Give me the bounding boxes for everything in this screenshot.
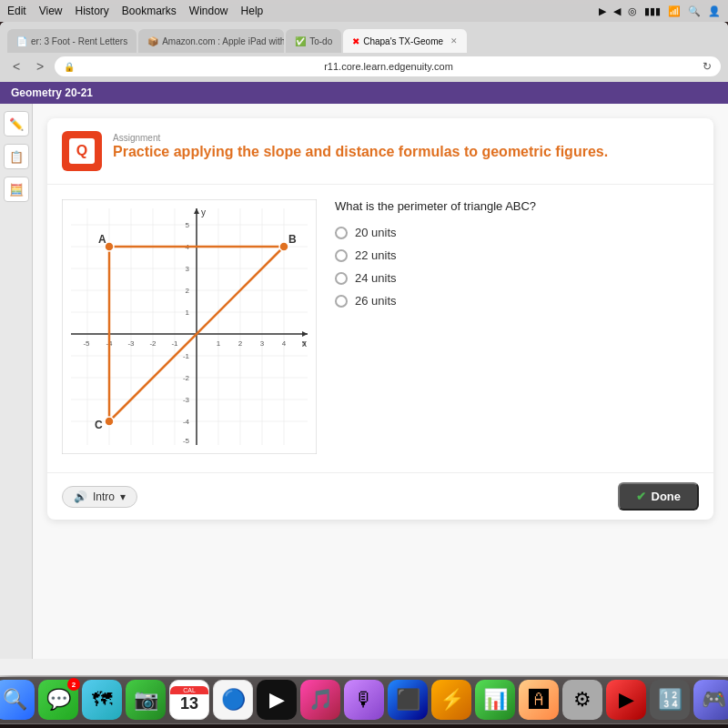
tab-favicon-2: 📦 [147, 36, 158, 46]
dock-facetime[interactable]: 📷 [126, 680, 166, 720]
radio-label-3: 24 units [355, 271, 397, 285]
sidebar-icon-calc2[interactable]: 🧮 [4, 177, 29, 202]
radio-circle-1[interactable] [335, 227, 348, 239]
address-bar[interactable]: 🔒 r11.core.learn.edgenuity.com ↻ [55, 56, 721, 76]
dock-fonts[interactable]: 🅰 [519, 680, 559, 720]
tab-label-2: Amazon.com : Apple iPad with WiFi + Cell… [162, 36, 284, 46]
menu-help[interactable]: Help [241, 5, 264, 17]
search-icon[interactable]: 🔍 [688, 5, 701, 17]
option-22-units[interactable]: 22 units [335, 248, 699, 262]
svg-point-52 [105, 417, 114, 426]
assignment-icon-inner: Q [69, 138, 95, 164]
dock-numbers[interactable]: 📊 [475, 680, 515, 720]
play-icon[interactable]: ▶ [599, 5, 606, 17]
address-bar-row: < > 🔒 r11.core.learn.edgenuity.com ↻ [0, 53, 728, 82]
svg-text:3: 3 [186, 265, 190, 273]
svg-text:5: 5 [186, 221, 190, 229]
dock-calendar[interactable]: CAL 13 [169, 680, 209, 720]
dock-app2[interactable]: ⚡ [431, 680, 471, 720]
question-section: What is the perimeter of triangle ABC? 2… [335, 199, 699, 458]
coordinate-graph: x y -5 -4 -3 -2 -1 1 [62, 199, 317, 454]
dock-podcasts[interactable]: 🎙 [344, 680, 384, 720]
tab-favicon-4: ✖ [352, 36, 359, 46]
tab-favicon-1: 📄 [16, 36, 27, 46]
svg-text:-2: -2 [183, 374, 190, 382]
radio-label-4: 26 units [355, 294, 397, 308]
tab-label-1: er: 3 Foot - Rent Letters [31, 36, 127, 46]
menu-view[interactable]: View [39, 5, 63, 17]
assignment-header: Q Assignment Practice applying the slope… [47, 118, 713, 185]
option-20-units[interactable]: 20 units [335, 226, 699, 239]
svg-text:-5: -5 [83, 339, 90, 348]
main-content: ✏️ 📋 🧮 Q [0, 104, 728, 659]
forward-button[interactable]: > [31, 57, 49, 76]
wifi-icon: 📶 [668, 5, 681, 17]
svg-text:5: 5 [302, 339, 307, 348]
card-footer: 🔊 Intro ▾ ✔ Done [47, 472, 713, 520]
svg-text:3: 3 [260, 339, 265, 348]
tab-todo[interactable]: ✅ To-do [286, 29, 341, 53]
tab-label-3: To-do [309, 36, 332, 46]
dock-music[interactable]: 🎵 [300, 680, 340, 720]
menu-bookmarks[interactable]: Bookmarks [122, 5, 177, 17]
tab-bar: 📄 er: 3 Foot - Rent Letters 📦 Amazon.com… [7, 27, 721, 53]
lock-icon: 🔒 [64, 62, 75, 72]
svg-text:4: 4 [282, 339, 287, 348]
browser-window: 📄 er: 3 Foot - Rent Letters 📦 Amazon.com… [0, 22, 728, 677]
tab-amazon[interactable]: 📦 Amazon.com : Apple iPad with WiFi + Ce… [138, 29, 284, 53]
svg-text:-1: -1 [171, 339, 178, 348]
speaker-icon: 🔊 [74, 490, 87, 503]
intro-dropdown-icon: ▾ [120, 490, 126, 503]
menu-history[interactable]: History [75, 5, 108, 17]
tab-close-icon[interactable]: ✕ [450, 36, 458, 46]
dock-maps[interactable]: 🗺 [82, 680, 122, 720]
sidebar-icon-pencil[interactable]: ✏️ [4, 111, 29, 136]
option-24-units[interactable]: 24 units [335, 271, 699, 285]
dock-play[interactable]: ▶ [606, 680, 646, 720]
back-button[interactable]: < [7, 57, 25, 76]
done-button[interactable]: ✔ Done [618, 482, 700, 511]
dock-messages[interactable]: 💬 2 [38, 680, 78, 720]
dock-reminders[interactable]: 🔵 [213, 680, 253, 720]
desktop: Edit View History Bookmarks Window Help … [0, 0, 728, 728]
radio-label-1: 20 units [355, 226, 397, 239]
question-area: x y -5 -4 -3 -2 -1 1 [47, 185, 713, 472]
radio-circle-2[interactable] [335, 249, 348, 262]
radio-circle-3[interactable] [335, 272, 348, 285]
user-icon: 👤 [708, 5, 721, 17]
radio-circle-4[interactable] [335, 295, 348, 308]
page-header: Geometry 20-21 [0, 82, 728, 104]
refresh-icon[interactable]: ↻ [703, 60, 712, 73]
sidebar: ✏️ 📋 🧮 [0, 104, 33, 659]
dock-appletv[interactable]: ▶ [257, 680, 297, 720]
tab-chapa[interactable]: ✖ Chapa's TX-Geome ✕ [343, 29, 467, 53]
radio-label-2: 22 units [355, 248, 397, 262]
svg-text:A: A [98, 233, 106, 246]
battery-icon: ▮▮▮ [644, 5, 661, 17]
dock-game[interactable]: 🎮 [693, 680, 728, 720]
menu-edit[interactable]: Edit [7, 5, 26, 17]
svg-point-51 [279, 242, 288, 251]
assignment-title: Practice applying the slope and distance… [113, 143, 608, 162]
graph-container: x y -5 -4 -3 -2 -1 1 [62, 199, 317, 458]
intro-button[interactable]: 🔊 Intro ▾ [62, 486, 137, 508]
dock-app1[interactable]: ⬛ [388, 680, 428, 720]
dock: 🔍 💬 2 🗺 📷 CAL 13 🔵 ▶ 🎵 🎙 ⬛ ⚡ 📊 🅰 ⚙ ▶ 🔢 🎮 [0, 675, 728, 724]
svg-text:y: y [201, 207, 206, 217]
dock-badge-messages: 2 [67, 678, 80, 691]
content-panel: Q Assignment Practice applying the slope… [33, 104, 728, 659]
done-label: Done [652, 490, 682, 503]
svg-text:-4: -4 [183, 418, 190, 426]
intro-label: Intro [93, 490, 115, 503]
menu-window[interactable]: Window [189, 5, 228, 17]
svg-text:1: 1 [186, 308, 190, 317]
svg-text:2: 2 [238, 339, 243, 348]
tab-rent-letters[interactable]: 📄 er: 3 Foot - Rent Letters [7, 29, 136, 53]
dock-finder[interactable]: 🔍 [0, 680, 35, 720]
dock-settings[interactable]: ⚙ [562, 680, 602, 720]
audio-icon: ◀ [613, 5, 621, 17]
svg-text:B: B [288, 233, 297, 246]
option-26-units[interactable]: 26 units [335, 294, 699, 308]
sidebar-icon-calc1[interactable]: 📋 [4, 144, 29, 169]
dock-calculator[interactable]: 🔢 [650, 680, 690, 720]
